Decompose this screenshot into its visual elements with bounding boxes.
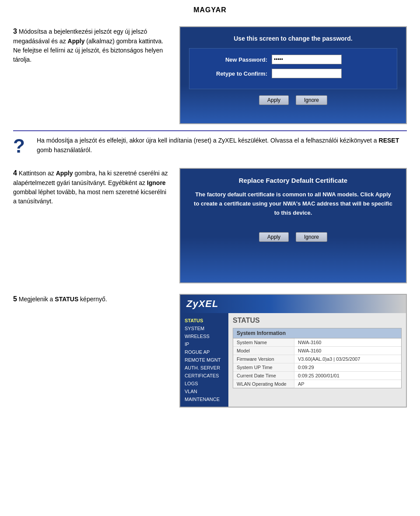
pw-apply-button[interactable]: Apply — [259, 95, 289, 105]
section-5-text-part1: Megjelenik a — [19, 296, 55, 303]
pw-screen-title: Use this screen to change the password. — [234, 35, 353, 42]
pw-new-input[interactable] — [272, 55, 342, 64]
cert-apply-button[interactable]: Apply — [259, 232, 289, 242]
tip-icon: ? — [13, 136, 31, 156]
pw-new-label: New Password: — [197, 56, 267, 63]
section-5-number: 5 — [13, 295, 17, 303]
table-row-key: System UP Time — [233, 363, 294, 371]
section-5-screenshot: ZyXEL STATUSSYSTEMWIRELESSIPROGUE APREMO… — [179, 294, 407, 408]
tip-text: Ha módosítja a jelszót és elfelejti, akk… — [37, 136, 407, 155]
tip-text-part2: gomb használatáról. — [37, 146, 92, 153]
section-5: 5 Megjelenik a STATUS képernyő. ZyXEL ST… — [0, 288, 420, 412]
section-4: 4 Kattintson az Apply gombra, ha ki szer… — [0, 160, 420, 288]
status-content: STATUS System Information System NameNWA… — [228, 313, 406, 407]
zyxel-logo: ZyXEL — [186, 298, 218, 310]
table-row: System NameNWA-3160 — [233, 338, 401, 347]
sidebar-item-ip[interactable]: IP — [180, 340, 228, 348]
table-row-val: AP — [294, 380, 401, 388]
table-row-key: Model — [233, 347, 294, 355]
cert-buttons: Apply Ignore — [259, 232, 327, 242]
sidebar-item-maintenance[interactable]: MAINTENANCE — [180, 395, 228, 403]
table-row: ModelNWA-3160 — [233, 347, 401, 355]
status-screen: ZyXEL STATUSSYSTEMWIRELESSIPROGUE APREMO… — [180, 295, 406, 407]
sidebar-item-vlan[interactable]: VLAN — [180, 387, 228, 395]
sidebar-item-auth.-server[interactable]: AUTH. SERVER — [180, 364, 228, 372]
cert-body: The factory default certificate is commo… — [189, 190, 397, 217]
page-title: MAGYAR — [0, 0, 420, 18]
pw-retype-label: Retype to Confirm: — [197, 70, 267, 77]
table-row-val: NWA-3160 — [294, 338, 401, 346]
table-row-val: V3.60(AAL.0)a3 | 03/25/2007 — [294, 355, 401, 363]
section-4-screenshot: Replace Factory Default Certificate The … — [179, 168, 407, 283]
status-main: STATUSSYSTEMWIRELESSIPROGUE APREMOTE MGN… — [180, 313, 406, 407]
table-row: System UP Time0:09:29 — [233, 363, 401, 372]
pw-form: New Password: Retype to Confirm: — [189, 48, 397, 89]
sidebar-item-logs[interactable]: LOGS — [180, 380, 228, 387]
zyxel-header: ZyXEL — [180, 295, 406, 313]
tip-text-part1: Ha módosítja a jelszót és elfelejti, akk… — [37, 137, 379, 144]
sidebar-item-remote-mgnt[interactable]: REMOTE MGNT — [180, 356, 228, 364]
section-5-status-bold: STATUS — [55, 296, 78, 303]
section-3-text: 3 Módosítsa a bejelentkezési jelszót egy… — [13, 26, 171, 124]
sidebar-item-rogue-ap[interactable]: ROGUE AP — [180, 348, 228, 356]
table-row: Current Date Time0:09:25 2000/01/01 — [233, 372, 401, 380]
pw-ignore-button[interactable]: Ignore — [296, 95, 327, 105]
table-row-key: Current Date Time — [233, 372, 294, 380]
pw-row-retype: Retype to Confirm: — [197, 69, 389, 78]
status-sidebar: STATUSSYSTEMWIRELESSIPROGUE APREMOTE MGN… — [180, 313, 228, 407]
tip-reset-bold: RESET — [379, 137, 399, 144]
section-4-ignore-bold: Ignore — [147, 179, 166, 186]
pw-row-new: New Password: — [197, 55, 389, 64]
table-row-key: Firmware Version — [233, 355, 294, 363]
section-3-screenshot: Use this screen to change the password. … — [179, 26, 407, 124]
section-4-text-part3: gombbal léphet tovább, ha most nem szere… — [13, 188, 166, 205]
status-table: System Information System NameNWA-3160Mo… — [233, 328, 402, 388]
section-4-apply-bold: Apply — [56, 170, 73, 177]
sidebar-item-status[interactable]: STATUS — [180, 317, 228, 324]
cert-screen: Replace Factory Default Certificate The … — [180, 169, 406, 282]
status-content-title: STATUS — [233, 317, 402, 324]
pw-screen: Use this screen to change the password. … — [180, 27, 406, 123]
section-4-number: 4 — [13, 169, 17, 177]
section-4-text: 4 Kattintson az Apply gombra, ha ki szer… — [13, 168, 171, 283]
table-row-val: 0:09:25 2000/01/01 — [294, 372, 401, 380]
cert-ignore-button[interactable]: Ignore — [296, 232, 327, 242]
sidebar-item-system[interactable]: SYSTEM — [180, 324, 228, 332]
section-3: 3 Módosítsa a bejelentkezési jelszót egy… — [0, 18, 420, 129]
pw-buttons: Apply Ignore — [259, 95, 327, 105]
tip-section: ? Ha módosítja a jelszót és elfelejti, a… — [13, 130, 407, 156]
sidebar-item-certificates[interactable]: CERTIFICATES — [180, 372, 228, 380]
section-5-text: 5 Megjelenik a STATUS képernyő. — [13, 294, 171, 408]
table-row: WLAN Operating ModeAP — [233, 380, 401, 388]
cert-title: Replace Factory Default Certificate — [239, 177, 347, 184]
table-row-key: System Name — [233, 338, 294, 346]
section-3-number: 3 — [13, 28, 17, 35]
section-4-text-part1: Kattintson az — [19, 170, 56, 177]
section-5-text-part2: képernyő. — [78, 296, 107, 303]
sidebar-item-wireless[interactable]: WIRELESS — [180, 332, 228, 340]
table-row-key: WLAN Operating Mode — [233, 380, 294, 388]
table-row: Firmware VersionV3.60(AAL.0)a3 | 03/25/2… — [233, 355, 401, 363]
table-row-val: 0:09:29 — [294, 363, 401, 371]
pw-retype-input[interactable] — [272, 69, 342, 78]
section-3-apply-bold: Apply — [68, 38, 85, 45]
status-table-header: System Information — [233, 328, 401, 338]
table-row-val: NWA-3160 — [294, 347, 401, 355]
